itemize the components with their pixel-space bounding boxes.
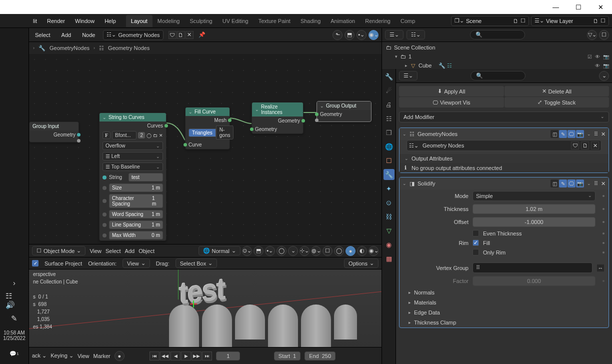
viewlayer-name-input[interactable] xyxy=(546,18,591,24)
render-toggle[interactable]: 📷 xyxy=(576,130,584,138)
close-icon[interactable]: ✕ xyxy=(601,180,606,187)
tab-animation[interactable]: Animation xyxy=(326,15,360,27)
node-string-to-curves[interactable]: ⌄String to Curves Curves F Bfont... 2 ◯🗀… xyxy=(99,112,166,241)
offset-input[interactable]: -1.0000 xyxy=(472,217,596,227)
node-realize-instances[interactable]: ⌄Realize Instances Geometry Geometry xyxy=(252,102,304,134)
wifi-icon[interactable]: ✎ xyxy=(6,311,24,326)
shading-rendered[interactable]: ◉⌄ xyxy=(368,246,378,256)
tab-texture[interactable]: Texture Paint xyxy=(254,15,296,27)
window-close[interactable]: ✕ xyxy=(590,0,612,14)
animate-decorator[interactable] xyxy=(602,242,604,244)
filter-dropdown[interactable]: ☷⌄ xyxy=(406,30,425,40)
triangles-toggle[interactable]: Triangles xyxy=(188,128,216,137)
mode-dropdown[interactable]: Simple⌄ xyxy=(472,191,596,201)
tab-output[interactable]: 🖨 xyxy=(384,99,394,110)
tree-collection-1[interactable]: ▾ 🗀 1 ☑👁📷 xyxy=(385,52,609,61)
tab-modifiers[interactable]: 🔧 xyxy=(384,169,394,180)
keyframe-prev[interactable]: ◀◀ xyxy=(160,352,170,360)
surface-project-checkbox[interactable]: ✓ xyxy=(32,260,38,266)
shading-wireframe[interactable]: ◯ xyxy=(334,246,344,256)
line-spacing-input[interactable]: Line Spacing1 m xyxy=(109,220,163,229)
drag-select[interactable]: Select Box ⌄ xyxy=(176,258,218,268)
extras-menu[interactable]: ⌄ xyxy=(587,181,591,186)
tab-particles[interactable]: ✦ xyxy=(384,183,394,194)
tab-material[interactable]: ◉ xyxy=(384,239,394,250)
tab-texture[interactable]: ▩ xyxy=(384,253,394,264)
props-type[interactable]: ☰⌄ xyxy=(399,71,418,80)
edit-mode-toggle[interactable]: ✎ xyxy=(559,180,567,188)
proportional-options[interactable]: ⌄ xyxy=(288,246,298,256)
tab-viewlayer[interactable]: ☷ xyxy=(384,113,394,124)
pin-icon[interactable]: 📌 xyxy=(198,32,206,38)
vertex-group-select[interactable]: ⠿ xyxy=(472,262,592,273)
animate-decorator[interactable] xyxy=(602,252,604,254)
drag-handle-icon[interactable]: ⠿ xyxy=(594,180,598,187)
fake-user-toggle[interactable]: 🛡 xyxy=(571,142,579,150)
shading-solid[interactable]: ● xyxy=(346,246,356,256)
menu-select[interactable]: Select xyxy=(106,248,121,254)
breadcrumb-tree[interactable]: Geometry Nodes xyxy=(108,45,150,51)
render-toggle[interactable]: 📷 xyxy=(576,180,584,188)
fake-user-toggle[interactable]: 🛡 xyxy=(168,31,176,39)
browse-icon[interactable]: 🗋 xyxy=(513,18,518,24)
start-frame[interactable]: Start1 xyxy=(274,352,300,360)
speaker-icon[interactable]: ☷ 🔊 xyxy=(6,293,24,308)
shading-material[interactable]: ◐ xyxy=(357,246,367,256)
snap-options[interactable]: ▪⌄ xyxy=(356,30,366,40)
new-icon[interactable]: ☐ xyxy=(520,18,526,24)
animate-decorator[interactable] xyxy=(602,208,604,210)
ngons-toggle[interactable]: N-gons xyxy=(216,126,234,140)
parent-node-icon[interactable]: ⬑ xyxy=(332,30,342,40)
proportional-toggle[interactable]: ◯ xyxy=(276,246,286,256)
tab-data[interactable]: ▽ xyxy=(384,225,394,236)
tab-physics[interactable]: ⊙ xyxy=(384,197,394,208)
browse-icon[interactable]: 🗋 xyxy=(593,18,598,24)
modifier-header[interactable]: ⌄ ☷ GeometryNodes ◫ ✎ 🖵 📷 ⌄ ⠿ ✕ xyxy=(400,128,608,140)
options-dropdown[interactable]: Options ⌄ xyxy=(344,258,378,268)
end-frame[interactable]: End250 xyxy=(304,352,336,360)
tab-compositing[interactable]: Comp xyxy=(396,15,420,27)
word-spacing-input[interactable]: Word Spacing1 m xyxy=(109,210,163,218)
output-attributes-panel[interactable]: ⌄Output Attributes xyxy=(400,154,608,163)
camera-icon[interactable]: 📷 xyxy=(603,54,609,60)
normals-panel[interactable]: ▸Normals xyxy=(400,288,608,298)
scene-name-input[interactable] xyxy=(466,18,511,24)
gizmo-toggle[interactable]: ⊹⌄ xyxy=(300,246,310,256)
snap-options[interactable]: ▪⌄ xyxy=(265,246,275,256)
overlay-toggle[interactable]: ◉⌄ xyxy=(368,30,378,40)
animate-decorator[interactable] xyxy=(602,232,604,234)
new-icon[interactable]: ☐ xyxy=(600,18,606,24)
unlink-icon[interactable]: ✕ xyxy=(186,31,194,39)
jump-end[interactable]: ⏭ xyxy=(202,352,212,360)
modifier-name[interactable]: GeometryNodes xyxy=(418,131,548,137)
tab-world[interactable]: 🌐 xyxy=(384,141,394,152)
eye-icon[interactable]: 👁 xyxy=(595,54,600,60)
font-selector[interactable]: F Bfont... 2 ◯🗀✕ xyxy=(100,130,166,140)
viewport-canvas[interactable]: test erspective ne Collection | Cube s 0… xyxy=(29,270,382,348)
thickness-input[interactable]: 1.02 m xyxy=(472,204,596,214)
apply-all-button[interactable]: ⬇Apply All xyxy=(399,86,504,96)
only-rim-checkbox[interactable] xyxy=(472,249,479,256)
tree-scene-collection[interactable]: 🗀 Scene Collection xyxy=(385,43,609,52)
socket-curves-out[interactable]: Curves xyxy=(100,122,166,130)
edit-mode-toggle[interactable]: ✎ xyxy=(559,130,567,138)
play-reverse[interactable]: ◀ xyxy=(170,352,180,360)
even-thickness-checkbox[interactable] xyxy=(472,230,479,236)
unlink-icon[interactable]: ✕ xyxy=(591,142,599,150)
invert-icon[interactable]: ↔ xyxy=(596,264,604,272)
nodetree-selector[interactable]: ☷⌄ Geometry Nodes 🛡 🗋 ✕ xyxy=(406,140,602,151)
menu-render[interactable]: Render xyxy=(42,15,70,27)
taskbar-notification-icon[interactable]: 💬1 xyxy=(6,346,24,361)
size-input[interactable]: Size1 m xyxy=(109,184,163,192)
tab-shading[interactable]: Shading xyxy=(296,15,326,27)
menu-help[interactable]: Help xyxy=(100,15,121,27)
thickness-clamp-panel[interactable]: ▸Thickness Clamp xyxy=(400,318,608,328)
tab-render[interactable]: ☄ xyxy=(384,85,394,96)
keyframe-next[interactable]: ▶▶ xyxy=(192,352,202,360)
playback-menu[interactable]: ack ⌄ xyxy=(32,352,46,359)
modifier-header[interactable]: ⌄ ◨ Solidify ◫ ✎ 🖵 📷 ⌄ ⠿ ✕ xyxy=(400,178,608,190)
realtime-toggle[interactable]: 🖵 xyxy=(568,130,576,138)
edge-data-panel[interactable]: ▸Edge Data xyxy=(400,308,608,318)
cage-toggle[interactable]: ◫ xyxy=(550,180,558,188)
max-width-input[interactable]: Max Width0 m xyxy=(109,231,163,240)
